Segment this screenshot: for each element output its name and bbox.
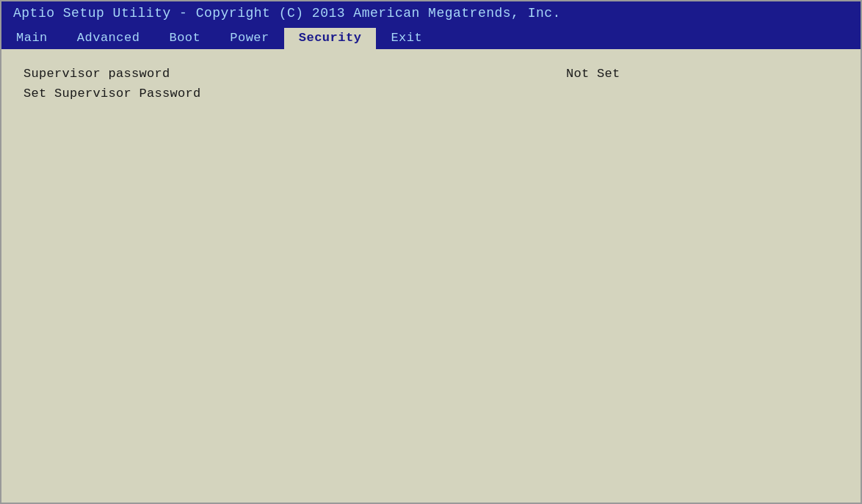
nav-bar: Main Advanced Boot Power Security Exit bbox=[1, 25, 861, 49]
supervisor-password-status: Not Set bbox=[566, 67, 620, 81]
title-text: Aptio Setup Utility - Copyright (C) 2013… bbox=[13, 6, 561, 21]
bios-screen: Aptio Setup Utility - Copyright (C) 2013… bbox=[0, 0, 862, 504]
nav-item-power[interactable]: Power bbox=[215, 28, 284, 49]
supervisor-password-label: Supervisor password bbox=[23, 67, 201, 81]
nav-item-exit[interactable]: Exit bbox=[376, 28, 437, 49]
right-panel: Not Set bbox=[348, 67, 839, 81]
main-content: Supervisor password Set Supervisor Passw… bbox=[1, 49, 861, 503]
nav-item-main[interactable]: Main bbox=[1, 28, 62, 49]
nav-item-security[interactable]: Security bbox=[284, 28, 377, 49]
nav-item-advanced[interactable]: Advanced bbox=[62, 28, 155, 49]
left-panel: Supervisor password Set Supervisor Passw… bbox=[23, 67, 201, 101]
set-supervisor-password-action[interactable]: Set Supervisor Password bbox=[23, 87, 201, 101]
title-bar: Aptio Setup Utility - Copyright (C) 2013… bbox=[1, 1, 861, 25]
nav-item-boot[interactable]: Boot bbox=[154, 28, 215, 49]
